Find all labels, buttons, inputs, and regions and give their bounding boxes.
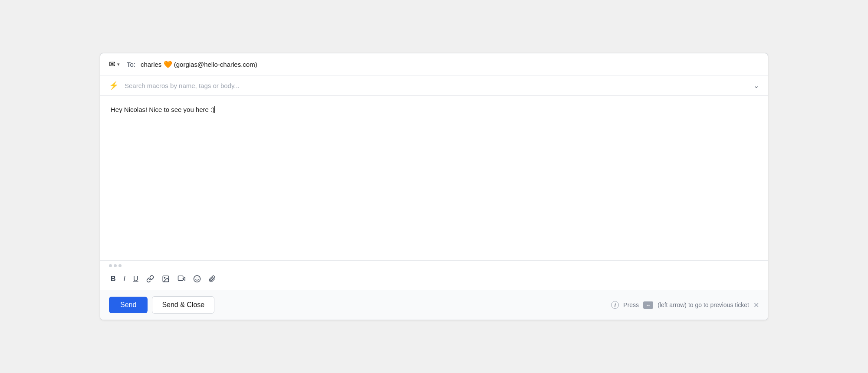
macro-search-input[interactable] [125, 82, 747, 89]
recipient-name: charles 🧡 (gorgias@hello-charles.com) [141, 60, 257, 69]
dot-1 [109, 264, 112, 267]
link-icon [146, 275, 154, 283]
mail-icon-wrap[interactable]: ✉ ▾ [109, 59, 120, 69]
bold-button[interactable]: B [109, 273, 118, 285]
formatting-toolbar: B I U [109, 271, 759, 290]
close-hint-button[interactable]: ✕ [753, 301, 759, 309]
video-button[interactable] [176, 273, 187, 285]
action-bar-left: Send Send & Close [109, 296, 214, 314]
keyboard-shortcut-badge: ← [643, 301, 653, 309]
svg-point-4 [194, 276, 200, 282]
action-bar-right: i Press ← (left arrow) to go to previous… [611, 301, 759, 309]
hint-description-text: (left arrow) to go to previous ticket [658, 301, 749, 308]
body-area: Hey Nicolas! Nice to see you here :) [100, 96, 768, 261]
recipient-heart-icon: 🧡 [164, 61, 172, 68]
attachment-icon [209, 275, 216, 283]
dot-2 [114, 264, 117, 267]
image-button[interactable] [160, 273, 171, 285]
italic-button[interactable]: I [122, 273, 127, 285]
attachment-button[interactable] [207, 273, 217, 285]
emoji-button[interactable] [191, 273, 203, 285]
hint-press-text: Press [623, 301, 639, 308]
macro-chevron-icon[interactable]: ⌄ [753, 82, 759, 90]
svg-point-1 [164, 277, 165, 278]
send-button[interactable]: Send [109, 297, 148, 313]
macro-search-row: ⚡ ⌄ [100, 75, 768, 96]
mail-icon: ✉ [109, 59, 115, 69]
text-cursor [214, 106, 215, 114]
send-close-button[interactable]: Send & Close [152, 296, 214, 314]
to-row: ✉ ▾ To: charles 🧡 (gorgias@hello-charles… [100, 53, 768, 75]
underline-button[interactable]: U [132, 273, 140, 285]
mail-type-chevron-icon[interactable]: ▾ [117, 62, 120, 67]
info-icon: i [611, 301, 619, 309]
to-label: To: [127, 61, 135, 68]
bolt-icon: ⚡ [109, 81, 118, 90]
svg-rect-2 [178, 276, 183, 281]
image-icon [162, 275, 170, 283]
dots-row [109, 264, 759, 267]
link-button[interactable] [145, 273, 156, 285]
dot-3 [118, 264, 122, 267]
emoji-icon [193, 275, 201, 283]
email-body-input[interactable]: Hey Nicolas! Nice to see you here :) [111, 105, 757, 235]
video-icon [178, 275, 185, 283]
action-bar: Send Send & Close i Press ← (left arrow)… [100, 290, 768, 320]
email-compose-panel: ✉ ▾ To: charles 🧡 (gorgias@hello-charles… [100, 53, 768, 320]
toolbar-area: B I U [100, 261, 768, 290]
